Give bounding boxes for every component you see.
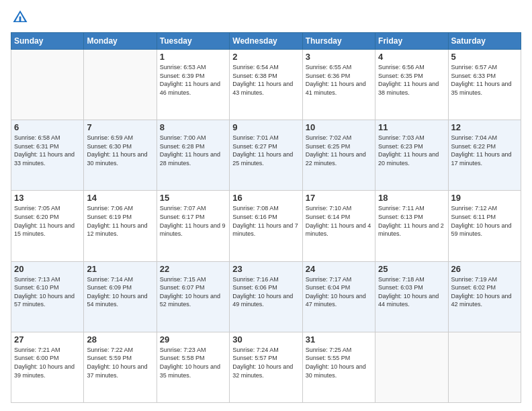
table-row: 29Sunrise: 7:23 AM Sunset: 5:58 PM Dayli… bbox=[157, 332, 229, 402]
day-number: 12 bbox=[451, 122, 518, 132]
day-info: Sunrise: 7:21 AM Sunset: 6:00 PM Dayligh… bbox=[14, 346, 81, 379]
day-number: 25 bbox=[378, 264, 445, 274]
col-wednesday: Wednesday bbox=[230, 33, 302, 50]
table-row: 5Sunrise: 6:57 AM Sunset: 6:33 PM Daylig… bbox=[448, 50, 521, 120]
col-saturday: Saturday bbox=[448, 33, 521, 50]
day-number: 23 bbox=[232, 264, 299, 274]
day-info: Sunrise: 7:05 AM Sunset: 6:20 PM Dayligh… bbox=[14, 204, 81, 238]
day-info: Sunrise: 7:02 AM Sunset: 6:25 PM Dayligh… bbox=[306, 134, 372, 167]
table-row bbox=[84, 50, 157, 120]
table-row: 20Sunrise: 7:13 AM Sunset: 6:10 PM Dayli… bbox=[11, 261, 84, 332]
day-info: Sunrise: 7:04 AM Sunset: 6:22 PM Dayligh… bbox=[451, 134, 518, 167]
logo-icon bbox=[11, 8, 30, 27]
day-info: Sunrise: 6:55 AM Sunset: 6:36 PM Dayligh… bbox=[306, 63, 372, 97]
day-info: Sunrise: 7:11 AM Sunset: 6:13 PM Dayligh… bbox=[378, 204, 445, 238]
day-number: 17 bbox=[306, 193, 372, 203]
day-info: Sunrise: 7:08 AM Sunset: 6:16 PM Dayligh… bbox=[232, 204, 299, 238]
day-info: Sunrise: 7:23 AM Sunset: 5:58 PM Dayligh… bbox=[160, 346, 226, 379]
day-info: Sunrise: 7:07 AM Sunset: 6:17 PM Dayligh… bbox=[160, 204, 226, 238]
day-number: 18 bbox=[378, 193, 445, 203]
day-info: Sunrise: 7:03 AM Sunset: 6:23 PM Dayligh… bbox=[378, 134, 445, 167]
day-number: 20 bbox=[14, 264, 81, 274]
day-info: Sunrise: 6:57 AM Sunset: 6:33 PM Dayligh… bbox=[451, 63, 518, 97]
table-row: 10Sunrise: 7:02 AM Sunset: 6:25 PM Dayli… bbox=[302, 120, 375, 191]
day-info: Sunrise: 7:16 AM Sunset: 6:06 PM Dayligh… bbox=[232, 275, 299, 309]
day-number: 31 bbox=[306, 334, 372, 345]
day-info: Sunrise: 7:25 AM Sunset: 5:55 PM Dayligh… bbox=[306, 346, 372, 379]
day-number: 2 bbox=[232, 52, 299, 62]
day-number: 9 bbox=[232, 122, 299, 132]
table-row: 13Sunrise: 7:05 AM Sunset: 6:20 PM Dayli… bbox=[11, 191, 84, 261]
day-number: 5 bbox=[451, 52, 518, 62]
day-info: Sunrise: 7:18 AM Sunset: 6:03 PM Dayligh… bbox=[378, 275, 445, 309]
table-row: 22Sunrise: 7:15 AM Sunset: 6:07 PM Dayli… bbox=[157, 261, 229, 332]
day-info: Sunrise: 7:00 AM Sunset: 6:28 PM Dayligh… bbox=[160, 134, 226, 167]
day-info: Sunrise: 7:15 AM Sunset: 6:07 PM Dayligh… bbox=[160, 275, 226, 309]
calendar-week-row: 27Sunrise: 7:21 AM Sunset: 6:00 PM Dayli… bbox=[11, 332, 521, 402]
day-number: 10 bbox=[306, 122, 372, 132]
day-number: 15 bbox=[160, 193, 226, 203]
day-info: Sunrise: 6:58 AM Sunset: 6:31 PM Dayligh… bbox=[14, 134, 81, 167]
table-row: 21Sunrise: 7:14 AM Sunset: 6:09 PM Dayli… bbox=[84, 261, 157, 332]
col-tuesday: Tuesday bbox=[157, 33, 229, 50]
table-row: 19Sunrise: 7:12 AM Sunset: 6:11 PM Dayli… bbox=[448, 191, 521, 261]
calendar-week-row: 6Sunrise: 6:58 AM Sunset: 6:31 PM Daylig… bbox=[11, 120, 521, 191]
table-row: 17Sunrise: 7:10 AM Sunset: 6:14 PM Dayli… bbox=[302, 191, 375, 261]
day-number: 19 bbox=[451, 193, 518, 203]
day-info: Sunrise: 7:06 AM Sunset: 6:19 PM Dayligh… bbox=[87, 204, 153, 238]
calendar-week-row: 1Sunrise: 6:53 AM Sunset: 6:39 PM Daylig… bbox=[11, 50, 521, 120]
day-number: 14 bbox=[87, 193, 153, 203]
day-number: 27 bbox=[14, 334, 81, 345]
day-number: 22 bbox=[160, 264, 226, 274]
calendar-week-row: 20Sunrise: 7:13 AM Sunset: 6:10 PM Dayli… bbox=[11, 261, 521, 332]
col-thursday: Thursday bbox=[302, 33, 375, 50]
col-friday: Friday bbox=[375, 33, 448, 50]
day-number: 11 bbox=[378, 122, 445, 132]
table-row: 26Sunrise: 7:19 AM Sunset: 6:02 PM Dayli… bbox=[448, 261, 521, 332]
day-info: Sunrise: 6:53 AM Sunset: 6:39 PM Dayligh… bbox=[160, 63, 226, 97]
day-number: 8 bbox=[160, 122, 226, 132]
table-row: 1Sunrise: 6:53 AM Sunset: 6:39 PM Daylig… bbox=[157, 50, 229, 120]
table-row: 14Sunrise: 7:06 AM Sunset: 6:19 PM Dayli… bbox=[84, 191, 157, 261]
table-row: 2Sunrise: 6:54 AM Sunset: 6:38 PM Daylig… bbox=[230, 50, 302, 120]
day-info: Sunrise: 7:17 AM Sunset: 6:04 PM Dayligh… bbox=[306, 275, 372, 309]
table-row bbox=[375, 332, 448, 402]
day-number: 13 bbox=[14, 193, 81, 203]
day-info: Sunrise: 6:56 AM Sunset: 6:35 PM Dayligh… bbox=[378, 63, 445, 97]
day-number: 6 bbox=[14, 122, 81, 132]
table-row: 27Sunrise: 7:21 AM Sunset: 6:00 PM Dayli… bbox=[11, 332, 84, 402]
day-info: Sunrise: 7:10 AM Sunset: 6:14 PM Dayligh… bbox=[306, 204, 372, 238]
day-number: 4 bbox=[378, 52, 445, 62]
table-row: 6Sunrise: 6:58 AM Sunset: 6:31 PM Daylig… bbox=[11, 120, 84, 191]
col-monday: Monday bbox=[84, 33, 157, 50]
table-row: 25Sunrise: 7:18 AM Sunset: 6:03 PM Dayli… bbox=[375, 261, 448, 332]
table-row: 3Sunrise: 6:55 AM Sunset: 6:36 PM Daylig… bbox=[302, 50, 375, 120]
day-number: 16 bbox=[232, 193, 299, 203]
day-info: Sunrise: 7:14 AM Sunset: 6:09 PM Dayligh… bbox=[87, 275, 153, 309]
table-row: 8Sunrise: 7:00 AM Sunset: 6:28 PM Daylig… bbox=[157, 120, 229, 191]
day-info: Sunrise: 7:22 AM Sunset: 5:59 PM Dayligh… bbox=[87, 346, 153, 379]
header bbox=[11, 8, 521, 27]
day-number: 7 bbox=[87, 122, 153, 132]
day-info: Sunrise: 7:12 AM Sunset: 6:11 PM Dayligh… bbox=[451, 204, 518, 238]
table-row bbox=[448, 332, 521, 402]
logo bbox=[11, 8, 31, 27]
table-row: 23Sunrise: 7:16 AM Sunset: 6:06 PM Dayli… bbox=[230, 261, 302, 332]
table-row bbox=[11, 50, 84, 120]
table-row: 7Sunrise: 6:59 AM Sunset: 6:30 PM Daylig… bbox=[84, 120, 157, 191]
table-row: 28Sunrise: 7:22 AM Sunset: 5:59 PM Dayli… bbox=[84, 332, 157, 402]
day-number: 24 bbox=[306, 264, 372, 274]
page: Sunday Monday Tuesday Wednesday Thursday… bbox=[0, 0, 532, 411]
day-info: Sunrise: 7:19 AM Sunset: 6:02 PM Dayligh… bbox=[451, 275, 518, 309]
day-info: Sunrise: 6:54 AM Sunset: 6:38 PM Dayligh… bbox=[232, 63, 299, 97]
day-info: Sunrise: 7:01 AM Sunset: 6:27 PM Dayligh… bbox=[232, 134, 299, 167]
table-row: 15Sunrise: 7:07 AM Sunset: 6:17 PM Dayli… bbox=[157, 191, 229, 261]
calendar-table: Sunday Monday Tuesday Wednesday Thursday… bbox=[11, 32, 521, 403]
table-row: 18Sunrise: 7:11 AM Sunset: 6:13 PM Dayli… bbox=[375, 191, 448, 261]
day-number: 21 bbox=[87, 264, 153, 274]
day-info: Sunrise: 6:59 AM Sunset: 6:30 PM Dayligh… bbox=[87, 134, 153, 167]
table-row: 31Sunrise: 7:25 AM Sunset: 5:55 PM Dayli… bbox=[302, 332, 375, 402]
table-row: 4Sunrise: 6:56 AM Sunset: 6:35 PM Daylig… bbox=[375, 50, 448, 120]
calendar-week-row: 13Sunrise: 7:05 AM Sunset: 6:20 PM Dayli… bbox=[11, 191, 521, 261]
day-number: 26 bbox=[451, 264, 518, 274]
